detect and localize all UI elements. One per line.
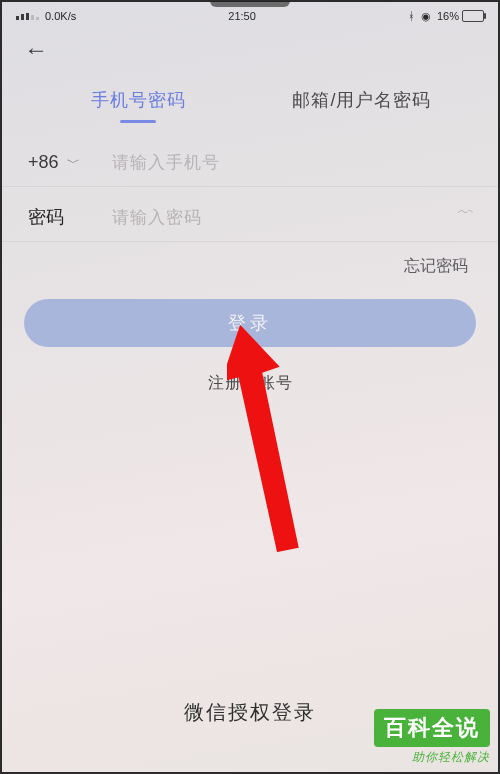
battery-indicator: 16%: [437, 10, 484, 22]
country-code-picker[interactable]: +86 ﹀: [28, 152, 98, 173]
watermark-title: 百科全说: [374, 709, 490, 747]
phone-input[interactable]: 请输入手机号: [112, 151, 472, 174]
tab-phone-label: 手机号密码: [91, 90, 186, 110]
shield-icon: ◉: [421, 10, 431, 23]
speaker-slot: [210, 1, 290, 7]
screen: 0.0K/s 21:50 ᚼ ◉ 16% ← 手机号密码 邮箱/用户名密码 +8…: [0, 0, 500, 774]
back-button[interactable]: ←: [24, 36, 48, 64]
tab-underline: [120, 120, 156, 123]
watermark: 百科全说 助你轻松解决: [374, 709, 490, 766]
country-code: +86: [28, 152, 59, 173]
chevron-down-icon: ﹀: [67, 154, 80, 172]
tab-email-password[interactable]: 邮箱/用户名密码: [254, 82, 470, 133]
status-time: 21:50: [228, 10, 256, 22]
bluetooth-icon: ᚼ: [408, 10, 415, 22]
eye-closed-icon[interactable]: ﹋: [458, 207, 472, 228]
password-label: 密码: [28, 205, 98, 229]
register-link[interactable]: 注册新账号: [2, 347, 498, 394]
signal-icon: [16, 13, 39, 20]
tab-phone-password[interactable]: 手机号密码: [30, 82, 246, 133]
phone-field-row: +86 ﹀ 请输入手机号: [2, 133, 498, 187]
tab-email-label: 邮箱/用户名密码: [292, 90, 431, 110]
watermark-subtitle: 助你轻松解决: [374, 749, 490, 766]
password-input[interactable]: 请输入密码: [112, 206, 444, 229]
password-field-row: 密码 请输入密码 ﹋: [2, 187, 498, 242]
network-speed: 0.0K/s: [45, 10, 76, 22]
battery-pct: 16%: [437, 10, 459, 22]
forgot-password-link[interactable]: 忘记密码: [2, 242, 498, 285]
login-button[interactable]: 登录: [24, 299, 476, 347]
login-tabs: 手机号密码 邮箱/用户名密码: [2, 64, 498, 133]
